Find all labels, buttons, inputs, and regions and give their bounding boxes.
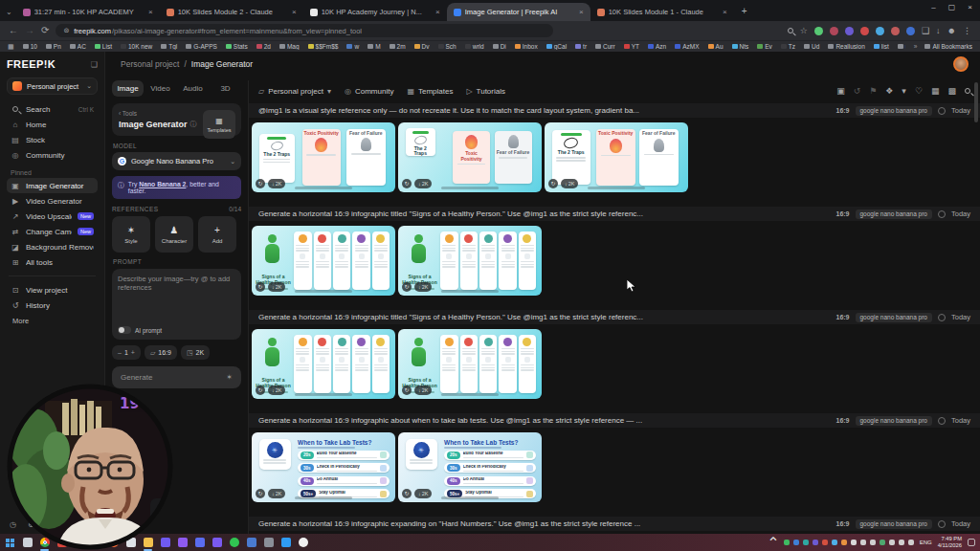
- bookmark-item[interactable]: Stats: [226, 43, 248, 50]
- bookmark-item[interactable]: Sch: [438, 43, 457, 50]
- bookmark-item[interactable]: Au: [708, 43, 724, 50]
- tray-white-icon[interactable]: [851, 540, 857, 545]
- shield-icon[interactable]: [880, 540, 885, 545]
- model-select[interactable]: G Google Nano Banana Pro ⌄: [112, 152, 241, 170]
- retry-icon[interactable]: ↻: [256, 282, 265, 292]
- volume-icon[interactable]: [870, 540, 876, 545]
- bookmark-item[interactable]: up: [898, 43, 905, 50]
- bookmarks-overflow-chevron[interactable]: »: [914, 43, 918, 50]
- history-icon[interactable]: ↺: [854, 86, 861, 96]
- download-2k-button[interactable]: ↓2K: [561, 179, 578, 188]
- download-2k-button[interactable]: ↓2K: [414, 282, 432, 292]
- forward-button[interactable]: →: [25, 26, 34, 35]
- ai-prompt-toggle[interactable]: [118, 326, 131, 334]
- extension-green-icon[interactable]: [814, 27, 823, 35]
- info-icon[interactable]: ⓘ: [190, 120, 197, 129]
- bookmark-item[interactable]: AC: [70, 43, 86, 50]
- tab-close-icon[interactable]: ×: [435, 8, 440, 16]
- generated-image[interactable]: Signs of a Healthy Person↻↓2K: [252, 226, 395, 296]
- browser-tab[interactable]: 10K Slides Module 1 - Claude×: [590, 3, 734, 21]
- generated-image[interactable]: Signs of a Healthy Person↻↓2K: [398, 226, 542, 296]
- sidebar-item-image-generator[interactable]: ▣Image Generator: [7, 178, 98, 193]
- tray-purple-icon[interactable]: [813, 540, 818, 545]
- tray-teal-icon[interactable]: [803, 540, 809, 545]
- address-bar[interactable]: ⊜ freepik.com/pikaso/ai-image-generator#…: [56, 24, 553, 37]
- download-2k-button[interactable]: ↓2K: [414, 386, 432, 395]
- image-view-icon[interactable]: ▣: [836, 86, 845, 96]
- header-nav-community[interactable]: ◎Community: [345, 87, 393, 96]
- sidebar-item-background-remover[interactable]: ◪Background Remover: [7, 239, 98, 254]
- tray-green-icon[interactable]: [784, 540, 790, 545]
- retry-icon[interactable]: ↻: [548, 179, 558, 188]
- generated-image[interactable]: Signs of a Healthy Person↻↓2K: [252, 329, 395, 399]
- extension-rose-icon[interactable]: [891, 27, 900, 35]
- notification-center-icon[interactable]: [968, 539, 975, 546]
- bookmark-item[interactable]: YT: [624, 43, 639, 50]
- reload-button[interactable]: ⟳: [41, 26, 49, 35]
- header-nav-templates[interactable]: ▦Templates: [407, 87, 453, 96]
- tab-close-icon[interactable]: ×: [723, 8, 727, 16]
- bookmark-item[interactable]: gCal: [546, 43, 567, 50]
- maximize-button[interactable]: ▢: [948, 3, 956, 11]
- favorites-icon[interactable]: ♡: [915, 86, 923, 96]
- sidebar-item-community[interactable]: ◎Community: [7, 147, 98, 163]
- bookmark-item[interactable]: AzMX: [675, 43, 699, 50]
- generated-image[interactable]: The 2 TrapsToxic PositivityFear of Failu…: [252, 122, 395, 192]
- bookmark-item[interactable]: w: [346, 43, 359, 50]
- extension-crimson-icon[interactable]: [860, 27, 869, 35]
- generated-image[interactable]: Signs of a Healthy Person↻↓2K: [398, 329, 542, 399]
- bookmark-item[interactable]: Ud: [804, 43, 819, 50]
- bookmark-item[interactable]: Tz: [781, 43, 795, 50]
- bookmark-item[interactable]: Reallusion: [828, 43, 864, 50]
- pen-icon[interactable]: [908, 540, 914, 545]
- sidebar-item-stock[interactable]: ▤Stock: [7, 132, 98, 147]
- whatsapp-icon[interactable]: [229, 538, 239, 548]
- tab-audio[interactable]: Audio: [177, 80, 209, 97]
- retry-icon[interactable]: ↻: [402, 386, 412, 395]
- profile-icon[interactable]: ☻: [947, 26, 956, 35]
- download-2k-button[interactable]: ↓2K: [268, 489, 285, 498]
- taskbar-clock[interactable]: 7:49 PM4/11/2026: [938, 536, 962, 549]
- site-info-icon[interactable]: ⊜: [63, 27, 69, 34]
- header-nav-tutorials[interactable]: ▷Tutorials: [466, 87, 505, 96]
- tray-sky-icon[interactable]: [832, 540, 837, 545]
- new-tab-button[interactable]: +: [742, 6, 747, 16]
- tray-blue-icon[interactable]: [793, 540, 799, 545]
- retry-icon[interactable]: ↻: [402, 489, 412, 498]
- minimize-button[interactable]: –: [931, 3, 935, 11]
- extension-purple-icon[interactable]: [845, 27, 854, 35]
- browser-tab[interactable]: 31:27 min - 10K HP ACADEMY×: [16, 3, 160, 21]
- bookmark-item[interactable]: Pn: [46, 43, 61, 50]
- tab-close-icon[interactable]: ×: [292, 8, 297, 16]
- sidebar-item-search[interactable]: SearchCtrl K: [7, 101, 98, 117]
- header-nav-personal-project[interactable]: ▱Personal project▾: [258, 87, 331, 96]
- tray-red-icon[interactable]: [822, 540, 828, 545]
- generated-image[interactable]: When to Take Lab Tests?20sBuild Your Bas…: [252, 432, 395, 502]
- tray-orange-icon[interactable]: [841, 540, 847, 545]
- retry-icon[interactable]: ↻: [256, 179, 265, 188]
- download-2k-button[interactable]: ↓2K: [268, 179, 285, 188]
- image-count-stepper[interactable]: – 1 +: [112, 345, 141, 360]
- aspect-ratio-button[interactable]: ▱ 16:9: [145, 345, 177, 360]
- chat-icon[interactable]: [889, 540, 895, 545]
- extension-blue-icon[interactable]: [876, 27, 884, 35]
- bookmark-item[interactable]: G-APPS: [186, 43, 217, 50]
- bookmark-item[interactable]: Di: [493, 43, 506, 50]
- select-checkbox[interactable]: [938, 107, 946, 115]
- bookmark-item[interactable]: Tgl: [161, 43, 177, 50]
- collage-view-icon[interactable]: ▩: [947, 86, 956, 96]
- search-icon[interactable]: [965, 86, 970, 96]
- pin-icon[interactable]: ⚑: [869, 86, 877, 96]
- select-checkbox[interactable]: [938, 314, 946, 321]
- bookmark-item[interactable]: Mag: [279, 43, 300, 50]
- bookmark-item[interactable]: M: [368, 43, 380, 50]
- retry-icon[interactable]: ↻: [402, 179, 412, 188]
- close-button[interactable]: ×: [968, 3, 972, 11]
- adobe-app-2-icon[interactable]: [177, 538, 188, 548]
- scrollbar[interactable]: [974, 82, 978, 122]
- sidebar-item-history[interactable]: ↺History: [7, 298, 98, 313]
- prompt-input[interactable]: [118, 275, 235, 317]
- browser-tab[interactable]: 10K HP Academy Journey | N...×: [303, 3, 447, 21]
- nano-banana-banner[interactable]: ⓘ Try Nano Banana 2, better and faster.: [112, 176, 241, 199]
- extension-red-icon[interactable]: [830, 27, 838, 35]
